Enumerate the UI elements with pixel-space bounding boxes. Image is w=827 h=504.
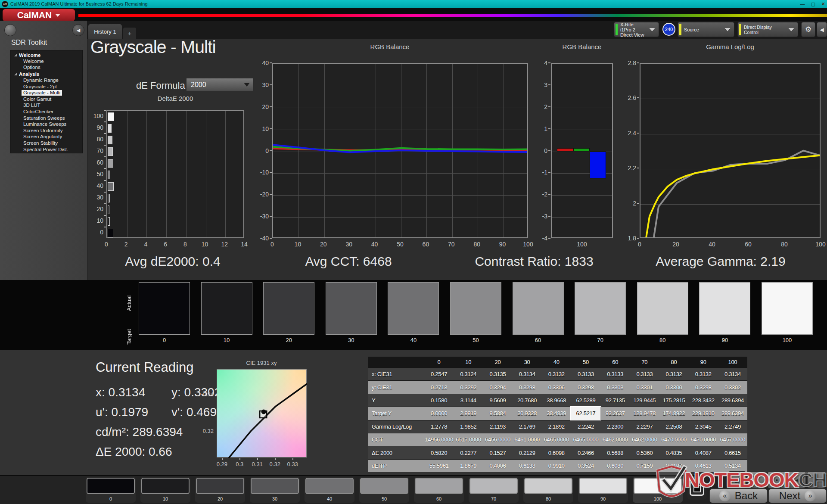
axis-tick <box>270 216 272 217</box>
gridline <box>552 195 613 196</box>
table-row-label: y: CIE31 <box>368 381 424 393</box>
level-button-80[interactable]: 80 <box>523 477 573 503</box>
level-button-label: 80 <box>523 496 573 501</box>
mini-button-1[interactable]: ▸ <box>748 471 766 488</box>
maximize-button[interactable]: ▢ <box>811 1 815 7</box>
axis-tick-label: 60 <box>96 159 103 166</box>
table-cell: 2.2749 <box>718 420 747 433</box>
close-button[interactable]: ✕ <box>821 1 825 7</box>
gray-swatch-100 <box>762 282 813 335</box>
level-button-label: 60 <box>414 496 464 501</box>
level-button-90[interactable]: 90 <box>578 477 628 503</box>
deltae-bar-20 <box>108 205 109 214</box>
gridline <box>552 217 613 218</box>
level-button-color <box>196 478 244 494</box>
deltae-bar-70 <box>108 147 113 156</box>
pattern-window-button[interactable] <box>687 477 706 500</box>
axis-tick-label: 0 <box>105 241 108 248</box>
sidebar-item-3d-lut[interactable]: 3D LUT <box>11 103 82 109</box>
sidebar-item-welcome[interactable]: Welcome <box>11 58 82 65</box>
sidebar-item-dynamic-range[interactable]: Dynamic Range <box>11 77 82 84</box>
display-control-dropdown[interactable]: Direct Display Control <box>737 22 798 37</box>
gray-swatch-label-90: 90 <box>699 337 750 343</box>
cie-tick-label: 0.32 <box>270 461 280 467</box>
sidebar-item-options[interactable]: Options <box>11 65 82 71</box>
gridline <box>206 111 206 238</box>
sidebar-item-screen-angularity[interactable]: Screen Angularity <box>11 134 82 140</box>
sidebar-collapse-button[interactable]: ◀ <box>72 24 84 36</box>
chevron-left-icon: « <box>719 490 731 501</box>
table-cell: 2.1769 <box>513 420 542 433</box>
sidebar-item-spectral-power-dist-[interactable]: Spectral Power Dist. <box>11 146 82 153</box>
workflow-options-button[interactable] <box>4 24 16 36</box>
chevron-down-icon <box>244 83 250 87</box>
level-button-20[interactable]: 20 <box>195 477 245 503</box>
table-cell: 6470.0000 <box>689 433 718 446</box>
table-cell: 0.5134 <box>718 460 747 472</box>
level-button-color <box>524 478 572 494</box>
de-formula-dropdown[interactable]: 2000 <box>186 78 254 91</box>
table-cell: 92.7135 <box>600 394 630 407</box>
sidebar-group-welcome[interactable]: Welcome <box>11 52 82 58</box>
gridline <box>186 111 187 238</box>
minimize-button[interactable]: — <box>800 1 805 6</box>
source-label: Source <box>684 27 721 32</box>
axis-tick-label: -2 <box>542 191 547 198</box>
sidebar-item-screen-stability[interactable]: Screen Stability <box>11 140 82 146</box>
sidebar-item-luminance-sweeps[interactable]: Luminance Sweeps <box>11 121 82 128</box>
level-button-70[interactable]: 70 <box>469 477 519 503</box>
level-button-40[interactable]: 40 <box>305 477 354 503</box>
axis-tick-label: 3 <box>544 81 547 88</box>
table-cell: 0.3300 <box>659 381 688 393</box>
meter-dropdown[interactable]: X-Rite i1Pro 2 Direct View <box>614 22 659 37</box>
table-cell: 2.1193 <box>483 420 512 433</box>
table-cell: 0.3524 <box>571 460 600 472</box>
table-header-60: 60 <box>600 357 630 367</box>
sidebar-item-screen-uniformity[interactable]: Screen Uniformity <box>11 128 82 134</box>
calman-logo-menu[interactable]: CalMAN <box>3 9 75 21</box>
rgb-balance-line-chart <box>272 63 528 238</box>
level-button-30[interactable]: 30 <box>250 477 300 503</box>
spectrum-strip <box>78 14 827 17</box>
level-button-label: 50 <box>359 496 409 501</box>
sidebar-item-colorchecker[interactable]: ColorChecker <box>11 109 82 115</box>
mini-button-4[interactable]: ▾ <box>807 471 826 488</box>
axis-tick-label: 30 <box>345 241 352 248</box>
sidebar-item-grayscale-multi[interactable]: Grayscale - Multi <box>11 90 82 96</box>
mini-button-3[interactable]: ◂ <box>787 471 806 488</box>
settings-button[interactable]: ⚙ <box>801 22 815 37</box>
table-cell: 38.4839 <box>542 407 571 420</box>
axis-tick <box>548 128 550 129</box>
table-cell: 0.6080 <box>600 460 630 472</box>
table-cell: 6465.0000 <box>571 433 600 446</box>
level-button-50[interactable]: 50 <box>359 477 409 503</box>
table-cell: 6457.0000 <box>718 433 747 446</box>
panel-collapse-button[interactable]: ◀ <box>817 22 827 37</box>
level-button-60[interactable]: 60 <box>414 477 464 503</box>
source-dropdown[interactable]: Source <box>678 22 734 37</box>
stat-contrast-ratio: Contrast Ratio: 1833 <box>475 254 593 269</box>
mini-button-2[interactable]: ▪ <box>768 471 786 488</box>
tab-history-1[interactable]: History 1 <box>88 24 122 39</box>
sidebar-item-saturation-sweeps[interactable]: Saturation Sweeps <box>11 115 82 121</box>
level-button-0[interactable]: 0 <box>86 477 136 503</box>
axis-tick <box>104 145 106 146</box>
de-formula-label: dE Formula: <box>136 80 188 91</box>
luminance-badge[interactable]: 240 <box>662 23 675 36</box>
sidebar-item-grayscale-2pt[interactable]: Grayscale - 2pt <box>11 84 82 90</box>
sidebar-group-analysis[interactable]: Analysis <box>11 71 82 77</box>
table-cell: 9.5609 <box>483 394 512 407</box>
level-button-10[interactable]: 10 <box>140 477 190 503</box>
table-cell: 0.3132 <box>542 368 571 380</box>
stat-avg-de2000: Avg dE2000: 0.4 <box>125 254 220 269</box>
mini-button-0[interactable]: ◧ <box>728 471 746 488</box>
axis-tick-label: 30 <box>96 194 103 201</box>
sidebar-item-color-gamut[interactable]: Color Gamut <box>11 96 82 103</box>
table-row-label: ΔE 2000 <box>368 446 424 459</box>
next-button[interactable]: Next » <box>768 488 827 503</box>
level-button-100[interactable]: 100 <box>633 477 683 503</box>
back-button[interactable]: « Back <box>709 488 768 503</box>
table-cell: 2.9919 <box>454 407 483 420</box>
level-button-label: 90 <box>578 496 628 501</box>
table-cell: 6465.0000 <box>542 433 571 446</box>
